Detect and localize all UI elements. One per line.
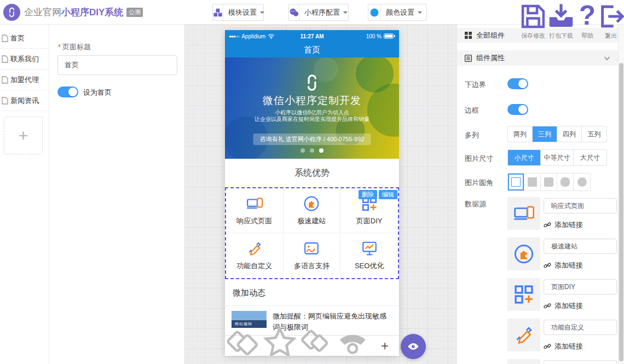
save-button[interactable]: 保存修改 [519,2,547,40]
columns-option-4[interactable]: 四列 [557,126,582,142]
speed-icon [513,244,534,264]
page-settings-panel: *页面标题 设为首页 [49,25,184,364]
modules-icon [213,4,223,20]
sidebar-item-news[interactable]: 新闻资讯 [0,90,49,111]
set-home-label: 设为首页 [83,88,112,97]
columns-option-5[interactable]: 五列 [582,126,606,142]
add-tab-button[interactable]: + [371,338,399,354]
bottom-margin-toggle[interactable] [507,78,528,89]
carrier-label: Applidium [241,33,265,39]
sidebar-item-contact[interactable]: 联系我们 [0,49,49,70]
phone-icon [334,324,371,356]
tab-agency[interactable]: 加盟代理 [298,323,334,356]
clock-label: 11:27 AM [284,33,339,39]
chevron-down-icon [343,11,348,16]
page-doc-icon [2,55,8,63]
scrollbar-thumb[interactable] [619,63,623,361]
grid-item-multilang[interactable]: 多语言支持 [284,233,341,278]
datasource-title-input[interactable] [544,239,617,254]
color-dot-icon [368,4,381,20]
icon-grid-component-selected[interactable]: 删除 编辑 响应式页面 极速建站 页面DIY [225,187,399,279]
sidebar-item-label: 加盟代理 [10,75,39,85]
tab-weijia[interactable]: 微加互联 [225,323,262,356]
grid-item-speed[interactable]: 极速建站 [284,188,341,233]
exit-button[interactable]: 退出 [597,2,624,40]
banner-component[interactable]: 微信小程序定制开发 小程序以微信8亿用户为切入点 让企业以及商家在短时间里实现提… [225,57,399,159]
module-settings-button[interactable]: 模块设置 [212,4,264,21]
miniprogram-logo-icon [302,73,322,93]
grid-item-responsive[interactable]: 响应式页面 [226,188,284,233]
app-title-purple: 小程序DIY系统 [61,6,123,19]
phone-tab-bar: 微加互联 新闻资讯 加盟代理 联系我们 + [225,335,399,356]
add-link-button[interactable]: 添加链接 [544,261,583,270]
sidebar-item-label: 联系我们 [10,54,39,64]
speed-icon [303,195,320,212]
sidebar-item-label: 首页 [10,33,25,43]
chevron-down-icon [604,54,610,62]
tab-contact[interactable]: 联系我们 [334,323,371,356]
beta-badge: 公测 [126,8,143,17]
seo-icon [361,240,378,257]
miniapp-config-label: 小程序配置 [299,8,343,18]
tags-icon [225,324,262,356]
grid-item-seo[interactable]: SEO优化 [340,233,398,278]
page-scrollbar [618,25,624,364]
miniapp-config-button[interactable]: 小程序配置 [288,4,349,21]
wechat-icon [289,4,299,20]
img-size-small-selected[interactable]: 小尺寸 [508,150,541,165]
app-header: 企业官网 小程序DIY系统 公测 模块设置 小程序配置 颜色设置 保存修改 打包… [0,0,624,25]
section-title-advantages[interactable]: 系统优势 [225,159,399,187]
link-icon [544,221,551,229]
add-link-button[interactable]: 添加链接 [544,342,583,351]
datasource-title-input[interactable] [544,320,617,335]
datasource-row-partial [507,359,617,364]
section-title-news[interactable]: 微加动态 [225,281,399,306]
border-toggle[interactable] [507,104,528,115]
img-size-medium[interactable]: 中等尺寸 [541,150,574,165]
download-button[interactable]: 打包下载 [547,2,575,40]
banner-title: 微信小程序定制开发 [225,94,399,108]
app-title-gray: 企业官网 [24,6,61,19]
color-settings-button[interactable]: 颜色设置 [368,4,427,21]
chevron-down-icon [260,11,264,16]
tab-news[interactable]: 新闻资讯 [262,323,298,356]
grid-item-custom[interactable]: 功能自定义 [226,233,284,278]
custom-icon [513,325,534,345]
download-label: 打包下载 [547,32,575,40]
download-icon [547,2,575,31]
edit-component-button[interactable]: 编辑 [379,190,397,199]
radius-option-circle[interactable] [574,174,590,190]
phone-status-bar: ●●●○○ Applidium 11:27 AM 100 % [225,30,399,42]
add-page-button[interactable]: + [4,117,43,154]
set-home-toggle[interactable] [57,86,78,97]
sidebar-item-agency[interactable]: 加盟代理 [0,70,49,90]
radius-option-square-selected[interactable] [508,174,524,190]
component-props-header[interactable]: 组件属性 [457,50,618,66]
columns-option-2[interactable]: 两列 [508,126,533,142]
component-inspector: 全部组件 组件属性 下边界 边框 多列 两列 三列 四列 五列 图片尺寸 小尺寸… [457,25,618,364]
page-title-input[interactable] [57,55,177,75]
columns-segmented-control: 两列 三列 四列 五列 [507,126,607,142]
page-doc-icon [2,97,8,105]
radius-option-small[interactable] [541,174,557,190]
save-label: 保存修改 [519,32,547,40]
grid4-icon [465,32,472,39]
page-title-label: *页面标题 [58,42,91,52]
preview-button[interactable] [401,334,426,359]
add-link-button[interactable]: 添加链接 [544,301,583,311]
img-size-large[interactable]: 大尺寸 [574,150,606,165]
banner-subtitle-2: 让企业以及商家在短时间里实现提升品牌和销量 [225,115,399,123]
border-label: 边框 [465,106,479,115]
datasource-title-input[interactable] [544,279,617,294]
sidebar-item-home[interactable]: 首页 [0,28,49,49]
banner-contact-pill: 咨询有礼 送官网小程序 / 400-0755-992 [253,134,371,145]
columns-option-3-selected[interactable]: 三列 [533,126,557,142]
star-icon [262,324,298,356]
datasource-title-input[interactable] [544,198,617,213]
radius-option-none[interactable] [524,174,541,190]
radius-option-medium[interactable] [557,174,574,190]
datasource-row-responsive: 添加链接 [507,197,617,231]
datasource-title-input[interactable] [544,360,617,364]
add-link-button[interactable]: 添加链接 [544,220,583,230]
delete-component-button[interactable]: 删除 [359,190,377,199]
